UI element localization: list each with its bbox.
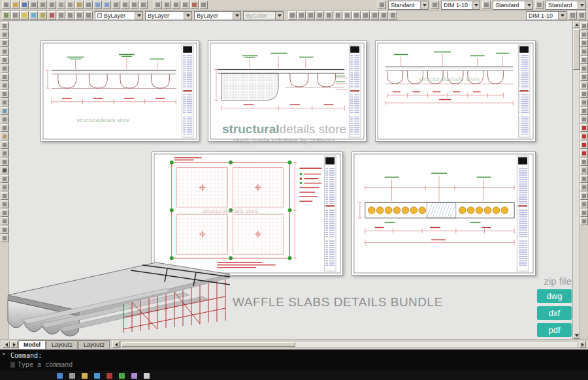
markup-highlighter-icon[interactable] (580, 133, 588, 140)
arc-icon[interactable] (1, 65, 8, 72)
combo-arrow-icon[interactable] (578, 1, 585, 9)
vertical-scrollbar[interactable] (572, 21, 580, 339)
command-close-icon[interactable]: × (2, 351, 5, 357)
dim-angular-icon[interactable] (343, 11, 351, 20)
scale-tool-icon[interactable] (1, 234, 8, 242)
qnew-icon[interactable] (2, 1, 10, 9)
mirror-icon[interactable] (1, 192, 8, 200)
measure-distance-icon[interactable] (580, 158, 588, 166)
chamfer-icon[interactable] (580, 56, 588, 64)
layer-isolate-icon[interactable] (75, 11, 84, 20)
multiline-text-icon[interactable] (1, 166, 8, 174)
list-properties-icon[interactable] (580, 175, 588, 183)
layer-freeze-icon[interactable] (29, 11, 38, 20)
polygon-icon[interactable] (1, 48, 8, 55)
combo-arrow-icon[interactable] (472, 1, 480, 9)
purge-icon[interactable] (580, 200, 588, 208)
spline-icon[interactable] (1, 90, 8, 98)
zoom-window-icon[interactable] (130, 1, 139, 9)
line-icon[interactable] (1, 22, 8, 30)
save-icon[interactable] (20, 1, 29, 9)
insert-block-icon[interactable] (1, 107, 8, 115)
gradient-icon[interactable] (1, 141, 8, 149)
circle-icon[interactable] (1, 73, 8, 81)
pdf-format-button[interactable]: pdf (537, 323, 572, 337)
dim-continue-icon[interactable] (370, 11, 379, 20)
rotate-icon[interactable] (1, 226, 8, 234)
tool-palettes-icon[interactable] (172, 1, 180, 9)
stretch-icon[interactable] (580, 82, 588, 89)
tolerance-icon[interactable] (389, 11, 397, 20)
join-icon[interactable] (580, 90, 588, 98)
match-properties-icon[interactable] (84, 1, 93, 9)
options-icon[interactable] (580, 217, 588, 225)
fillet-icon[interactable] (580, 65, 588, 72)
dim-ordinate-icon[interactable] (316, 11, 324, 20)
pan-realtime-icon[interactable] (112, 1, 120, 9)
dim-style-combo[interactable]: DIM 1-10 (441, 1, 480, 10)
start-icon[interactable] (56, 372, 63, 379)
layer-color-icon[interactable] (48, 11, 56, 20)
construction-line-icon[interactable] (1, 31, 8, 39)
table-style-combo[interactable]: Standard (493, 1, 533, 10)
zoom-realtime-icon[interactable] (121, 1, 129, 9)
layer-lock-icon[interactable] (39, 11, 47, 20)
layer-on-off-icon[interactable] (20, 11, 29, 20)
extend-icon[interactable] (580, 31, 588, 39)
dim-baseline-icon[interactable] (361, 11, 370, 20)
markup-cloud-icon[interactable] (580, 150, 588, 157)
combo-arrow-icon[interactable] (558, 12, 566, 20)
mleader-style-combo[interactable]: Standard (546, 1, 586, 10)
break-at-point-icon[interactable] (580, 39, 588, 47)
zoom-previous-icon[interactable] (139, 1, 148, 9)
dwg-format-button[interactable]: dwg (537, 289, 572, 303)
break-icon[interactable] (580, 48, 588, 55)
markup-red-pen-icon[interactable] (580, 124, 588, 132)
web-browser-icon[interactable] (93, 372, 101, 379)
color-control-combo[interactable]: ByLayer (95, 11, 143, 20)
taskbar-search-icon[interactable] (69, 372, 76, 379)
plot-icon[interactable] (29, 1, 38, 9)
id-point-icon[interactable] (580, 183, 588, 191)
layer-states-icon[interactable] (11, 11, 20, 20)
archive-tool-icon[interactable] (131, 372, 138, 379)
render-icon[interactable] (580, 209, 588, 217)
polyline-icon[interactable] (1, 39, 8, 47)
design-center-icon[interactable] (163, 1, 171, 9)
image-viewer-icon[interactable] (118, 372, 125, 379)
ellipse-icon[interactable] (1, 99, 8, 106)
copy-object-icon[interactable] (1, 183, 8, 191)
region-icon[interactable] (1, 150, 8, 157)
cut-icon[interactable] (57, 1, 65, 9)
dim-aligned-icon[interactable] (297, 11, 306, 20)
combo-arrow-icon[interactable] (184, 12, 191, 20)
edit-hatch-icon[interactable] (580, 116, 588, 123)
vertical-scroll-thumb[interactable] (573, 29, 580, 70)
combo-arrow-icon[interactable] (420, 1, 428, 9)
dimension-style-combo[interactable]: DIM 1-10 (526, 11, 566, 20)
file-explorer-icon[interactable] (81, 372, 88, 379)
dxf-format-button[interactable]: dxf (537, 306, 572, 320)
copy-clip-icon[interactable] (66, 1, 74, 9)
array-icon[interactable] (1, 209, 8, 217)
text-style-combo[interactable]: Standard (388, 1, 429, 10)
drawing-sheet-3[interactable]: structuraldetails store (375, 40, 536, 142)
offset-icon[interactable] (1, 200, 8, 208)
quick-calc-icon[interactable] (199, 1, 208, 9)
layer-previous-icon[interactable] (66, 11, 74, 20)
make-layer-current-icon[interactable] (57, 11, 65, 20)
measure-area-icon[interactable] (580, 166, 588, 174)
drawing-sheet-5[interactable] (351, 151, 536, 276)
combo-arrow-icon[interactable] (525, 1, 532, 9)
publish-icon[interactable] (48, 1, 56, 9)
dim-diameter-icon[interactable] (334, 11, 342, 20)
combo-arrow-icon[interactable] (275, 12, 283, 20)
plot-preview-icon[interactable] (39, 1, 47, 9)
redo-icon[interactable] (103, 1, 111, 9)
sheet-set-manager-icon[interactable] (181, 1, 189, 9)
markup-set-manager-icon[interactable] (190, 1, 199, 9)
explode-icon[interactable] (580, 73, 588, 81)
drawing-sheet-1[interactable]: structuraldetails store (41, 40, 199, 142)
markup-text-icon[interactable] (580, 141, 588, 149)
undo-icon[interactable] (93, 1, 102, 9)
